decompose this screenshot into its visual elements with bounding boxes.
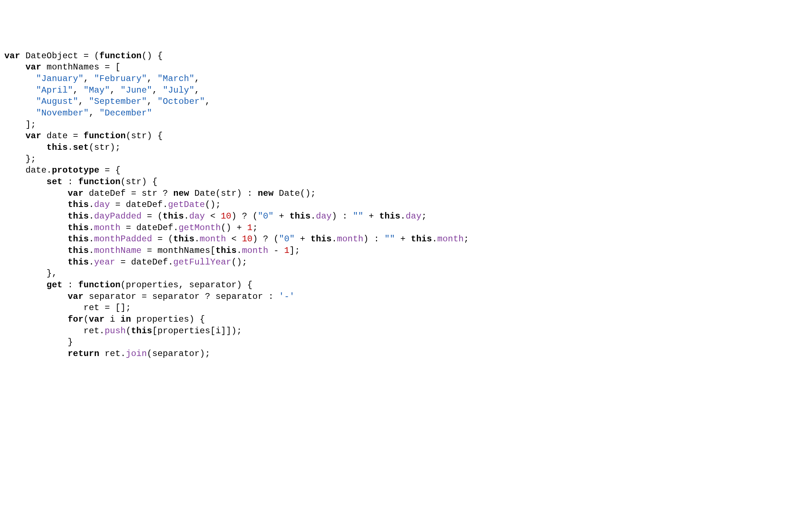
token-ident: + [274,211,290,221]
token-ident: dateDef = str ? [84,189,173,198]
code-content: var DateObject = (function() { var month… [4,51,469,359]
token-str: "November" [36,108,89,118]
token-this: this [131,326,152,336]
token-this: this [163,211,184,221]
token-ident: monthNames = [ [41,62,120,72]
token-ident: . [195,234,200,244]
token-ident: (properties, separator) { [120,280,252,290]
token-str: "October" [158,97,205,106]
token-ident: = dateDef. [120,223,179,233]
token-kw: new [173,189,189,198]
token-method: join [126,349,147,359]
token-ident: , [195,74,200,84]
token-ident: (str); [89,143,121,152]
token-num: 1 [284,246,290,255]
token-ident: ) : [332,211,352,221]
token-str: "0" [279,234,295,244]
token-str: "January" [36,74,84,84]
token-ident: ( [84,314,89,324]
token-prop: month [200,234,226,244]
token-prop: day [189,211,205,221]
token-ident: = dateDef. [115,257,174,267]
token-str: "September" [89,97,147,106]
token-method: push [104,326,125,336]
token-this: this [379,211,400,221]
token-str: "February" [94,74,147,84]
token-this: this [173,234,194,244]
token-str: "" [385,234,395,244]
token-kw: var [25,62,41,72]
token-ident: (separator); [147,349,210,359]
token-ident: = monthNames[ [142,246,215,255]
token-ident: (); [231,257,247,267]
token-ident: . [311,211,316,221]
token-prop: monthName [94,246,141,255]
token-prop: day [316,211,332,221]
token-prop: monthPadded [94,234,152,244]
token-ident: . [89,200,94,209]
token-ident: + [295,234,311,244]
token-prop: day [94,200,110,209]
token-ident: . [89,257,94,267]
token-ident: , [110,85,120,95]
token-num: 10 [221,211,231,221]
token-ident: ret. [99,349,126,359]
token-ident: properties) { [131,314,205,324]
token-ident: ret. [4,326,104,336]
token-str: "0" [258,211,274,221]
token-ident: ) ? ( [231,211,258,221]
token-ident: () + [221,223,247,233]
token-kw: for [68,314,84,324]
token-kw: var [68,292,84,301]
token-ident: Date(); [274,189,316,198]
token-kw: new [258,189,274,198]
token-prop: month [437,234,464,244]
token-prop: dayPadded [94,211,141,221]
token-ident: (); [205,200,221,209]
token-ident: DateObject = ( [20,51,99,61]
token-ident: < [226,234,242,244]
token-this: this [68,200,89,209]
token-ident: . [184,211,189,221]
token-ident: [properties[i]]); [152,326,242,336]
token-prop: month [94,223,120,233]
token-method: getDate [168,200,205,209]
token-ident: . [400,211,406,221]
token-ident: ret = []; [4,303,131,313]
token-ident: - [268,246,284,255]
token-ident: (str) { [126,131,163,141]
token-ident: } [4,337,73,347]
token-ident: = { [99,165,120,175]
token-ident: < [205,211,221,221]
token-ident: ; [422,211,427,221]
token-ident: , [152,85,163,95]
token-kw: var [89,314,105,324]
token-ident: ; [252,223,258,233]
token-ident: . [332,234,337,244]
token-ident: . [89,246,94,255]
token-ident: ( [126,326,131,336]
token-this: this [68,257,89,267]
token-ident: i [104,314,120,324]
token-ident: , [84,74,94,84]
token-ident: . [89,211,94,221]
token-ident: , [195,85,200,95]
token-ident: ) ? ( [252,234,279,244]
token-str: "May" [84,85,110,95]
code-block: var DateObject = (function() { var month… [4,50,808,360]
token-ident: , [89,108,99,118]
token-ident: }; [4,154,36,164]
token-method: getMonth [179,223,221,233]
token-kw: function [78,177,120,187]
token-this: this [68,223,89,233]
token-ident: = dateDef. [110,200,168,209]
token-num: 10 [242,234,252,244]
token-fn: get [47,280,63,290]
token-str: "" [353,211,363,221]
token-prop: day [406,211,422,221]
token-kw: var [68,189,84,198]
token-ident: + [363,211,379,221]
token-ident: . [432,234,437,244]
token-str: "June" [120,85,152,95]
token-str: "December" [99,108,152,118]
